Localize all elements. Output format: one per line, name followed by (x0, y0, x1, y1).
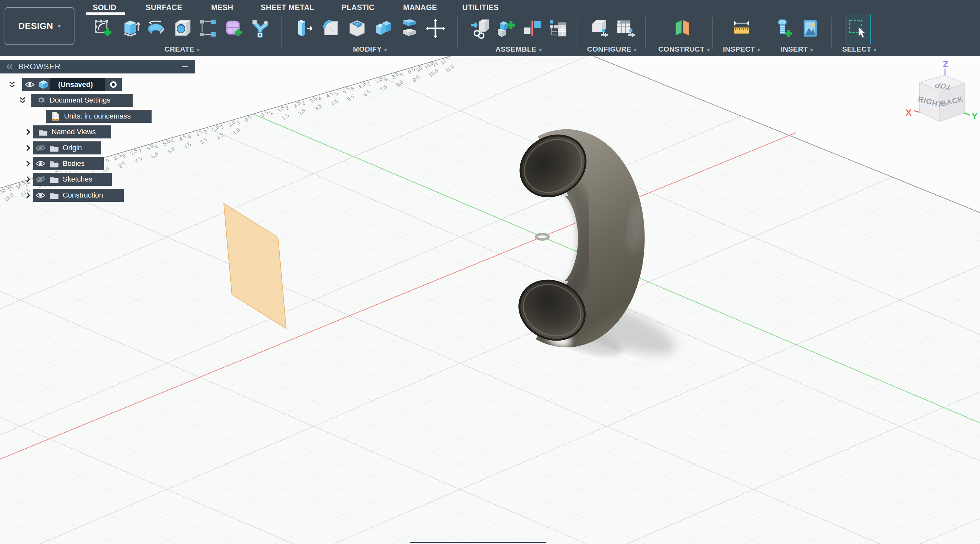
browser-item-bodies[interactable]: Bodies (33, 157, 104, 170)
grid-ruler-value: 7.5 (379, 84, 388, 92)
joint-icon[interactable] (521, 17, 542, 40)
browser-panel-header: BROWSER (0, 60, 195, 73)
insert-bolt-icon[interactable] (773, 17, 795, 40)
config-table-icon[interactable] (614, 17, 636, 40)
grid-ruler-value: 5.5 (162, 138, 171, 147)
press-pull-icon[interactable] (294, 17, 315, 40)
grid-ruler-value: 5 (334, 90, 339, 97)
grid-ruler-value: 4.5 (325, 90, 334, 99)
fillet-icon[interactable] (320, 17, 342, 40)
bom-icon[interactable] (547, 17, 569, 40)
ribbon-group-label-assemble[interactable]: ASSEMBLE▾ (462, 45, 575, 54)
gear-icon (35, 96, 48, 105)
chevron-down-icon: ▾ (707, 47, 710, 52)
chevron-right-icon[interactable] (25, 160, 31, 169)
browser-item-named-views[interactable]: Named Views (33, 125, 111, 138)
ribbon-group-label-construct[interactable]: CONSTRUCT▾ (658, 45, 707, 54)
ribbon-tab-plastic[interactable]: PLASTIC (342, 3, 375, 12)
grid-ruler-value: 7.5 (134, 155, 143, 164)
browser-item-document-settings[interactable]: Document Settings (31, 94, 133, 107)
ribbon-tab-manage[interactable]: MANAGE (403, 3, 437, 12)
collapse-panel-icon[interactable] (6, 63, 14, 70)
ribbon-tab-solid[interactable]: SOLID (93, 3, 116, 12)
revolve-icon[interactable] (145, 17, 167, 40)
construct-plane-icon[interactable] (672, 17, 694, 40)
browser-item-units-in-ouncemass[interactable]: Units: in, ouncemass (46, 110, 151, 123)
insert-derive-icon[interactable] (469, 17, 490, 40)
browser-panel-title: BROWSER (18, 62, 181, 71)
form-icon[interactable] (223, 17, 245, 40)
toolbar-separator (457, 17, 458, 49)
canvas-icon[interactable] (799, 17, 821, 40)
ribbon-group-label-create[interactable]: CREATE▾ (86, 45, 278, 54)
browser-item-label: Document Settings (48, 96, 116, 105)
folder-icon (48, 144, 61, 152)
browser-item-sketches[interactable]: Sketches (33, 173, 112, 186)
sketch-plane[interactable] (224, 203, 286, 328)
hole-icon[interactable] (171, 17, 193, 40)
ribbon-group-label-insert[interactable]: INSERT▾ (772, 45, 822, 54)
ribbon-tab-sheet-metal[interactable]: SHEET METAL (261, 3, 314, 12)
chevron-right-icon[interactable] (25, 175, 31, 184)
pattern-icon[interactable] (197, 17, 219, 40)
shell-icon[interactable] (346, 17, 368, 40)
view-cube[interactable]: Z TOP RIGHT BACK X Y (895, 56, 980, 131)
visibility-eye-icon[interactable] (33, 176, 48, 183)
grid-ruler-value: 8 (382, 76, 388, 82)
grid-ruler-value: 7 (366, 81, 372, 87)
visibility-eye-icon[interactable] (33, 192, 48, 199)
select-icon[interactable] (845, 14, 871, 44)
ribbon-group-label-select[interactable]: SELECT▾ (842, 45, 873, 54)
visibility-eye-icon[interactable] (33, 160, 48, 167)
browser-item-label: Construction (61, 191, 109, 200)
minimize-panel-icon[interactable] (181, 66, 188, 67)
pipe-icon[interactable] (250, 17, 271, 40)
browser-item--unsaved-[interactable]: (Unsaved) (22, 78, 122, 91)
combine-icon[interactable] (372, 17, 394, 40)
ribbon-group-label-configure[interactable]: CONFIGURE▾ (584, 45, 640, 54)
chevron-right-icon[interactable] (25, 128, 31, 137)
ribbon-tab-surface[interactable]: SURFACE (146, 3, 182, 12)
visibility-eye-icon[interactable] (22, 81, 37, 88)
browser-item-construction[interactable]: Construction (33, 189, 124, 202)
origin-marker[interactable] (535, 233, 550, 240)
double-chevron-down-icon[interactable] (19, 96, 26, 106)
create-sketch-icon[interactable] (93, 17, 115, 40)
extrude-icon[interactable] (119, 17, 140, 40)
grid-ruler-value: 6.5 (358, 81, 367, 89)
chevron-down-icon: ▾ (810, 47, 813, 52)
grid-ruler-value: 1.5 (228, 119, 237, 128)
grid-ruler-value: 2.5 (297, 108, 306, 117)
measure-icon[interactable] (731, 17, 752, 40)
grid-ruler-value: 2 (219, 124, 225, 130)
chevron-right-icon[interactable] (25, 191, 31, 200)
ribbon-group-modify: MODIFY▾ (288, 15, 452, 56)
visibility-eye-icon[interactable] (33, 144, 48, 152)
active-tab-underline (86, 13, 125, 15)
design-workspace-button[interactable]: DESIGN ▾ (5, 7, 75, 45)
move-icon[interactable] (425, 17, 446, 40)
model-viewport[interactable]: 0.511.522.533.544.555.566.577.588.599.51… (0, 56, 980, 544)
activate-component-radio[interactable] (105, 80, 122, 89)
new-component-icon[interactable] (495, 17, 517, 40)
grid-ruler-value: 9 (105, 157, 110, 163)
grid-ruler-value: 3 (301, 100, 306, 106)
grid-ruler-value: 6 (154, 143, 159, 149)
browser-item-label: (Unsaved) (50, 78, 105, 91)
grid-ruler-value: 1.5 (276, 105, 285, 113)
grid-ruler-value: 3.5 (313, 103, 323, 112)
browser-item-label: Origin (61, 144, 88, 152)
split-body-icon[interactable] (399, 17, 420, 40)
ribbon-group-label-modify[interactable]: MODIFY▾ (288, 45, 452, 54)
configuration-icon[interactable] (588, 17, 609, 40)
toolbar-separator (768, 17, 768, 49)
chevron-down-icon: ▾ (539, 47, 542, 52)
grid-ruler-value: 3.5 (199, 136, 208, 145)
ribbon-tab-mesh[interactable]: MESH (211, 3, 233, 12)
ribbon-tab-utilities[interactable]: UTILITIES (462, 3, 498, 12)
chevron-down-icon: ▾ (385, 47, 387, 52)
browser-item-origin[interactable]: Origin (33, 141, 101, 154)
chevron-right-icon[interactable] (25, 144, 31, 153)
ribbon-group-label-inspect[interactable]: INSPECT▾ (720, 45, 763, 54)
double-chevron-down-icon[interactable] (8, 81, 16, 90)
